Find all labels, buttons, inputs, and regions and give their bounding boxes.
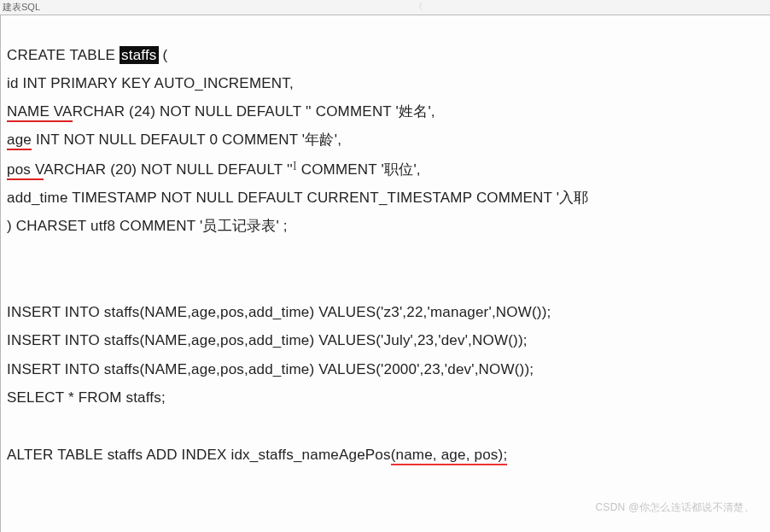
watermark: CSDN @你怎么连话都说不清楚、 bbox=[595, 500, 755, 515]
code-line: CREATE TABLE staffs ( bbox=[7, 41, 763, 69]
underlined-name: NAME VA bbox=[7, 103, 73, 122]
code-line: INSERT INTO staffs(NAME,age,pos,add_time… bbox=[7, 298, 763, 326]
underlined-index-cols: (name, age, pos); bbox=[391, 447, 508, 465]
code-line: id INT PRIMARY KEY AUTO_INCREMENT, bbox=[7, 69, 763, 97]
code-line: ) CHARSET utf8 COMMENT '员工记录表' ; bbox=[7, 212, 763, 240]
code-line: SELECT * FROM staffs; bbox=[7, 383, 763, 412]
underlined-age: age bbox=[7, 132, 32, 150]
highlighted-text: staffs bbox=[120, 46, 159, 64]
scroll-indicator: 〈 bbox=[414, 0, 423, 14]
underlined-pos: pos V bbox=[7, 161, 44, 180]
code-line: NAME VARCHAR (24) NOT NULL DEFAULT '' CO… bbox=[7, 97, 763, 126]
code-line: INSERT INTO staffs(NAME,age,pos,add_time… bbox=[7, 355, 763, 383]
code-line: ALTER TABLE staffs ADD INDEX idx_staffs_… bbox=[7, 441, 763, 469]
code-line: INSERT INTO staffs(NAME,age,pos,add_time… bbox=[7, 326, 763, 354]
code-line: pos VARCHAR (20) NOT NULL DEFAULT ''I CO… bbox=[7, 155, 763, 184]
code-line: age INT NOT NULL DEFAULT 0 COMMENT '年龄', bbox=[7, 126, 763, 154]
tab-label[interactable]: 建表SQL bbox=[3, 2, 40, 12]
code-line: add_time TIMESTAMP NOT NULL DEFAULT CURR… bbox=[7, 184, 763, 212]
tab-bar: 建表SQL 〈 bbox=[0, 0, 770, 15]
